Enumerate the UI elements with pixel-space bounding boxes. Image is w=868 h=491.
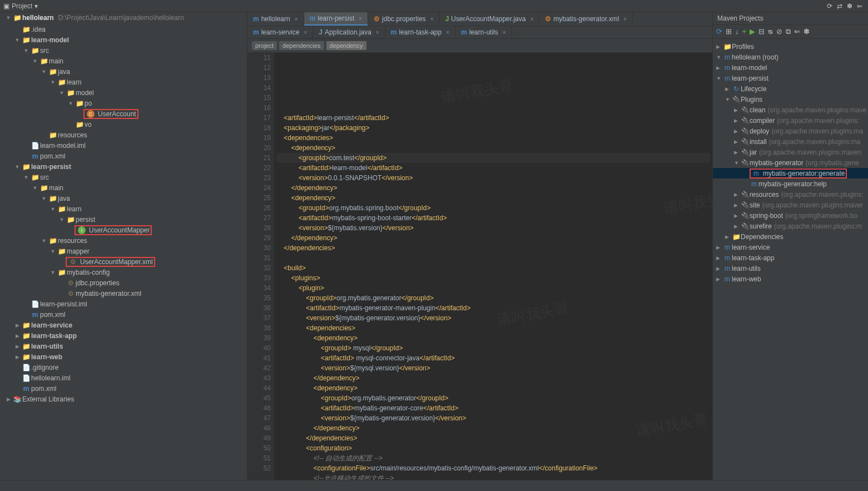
tree-item-vo[interactable]: 📁vo — [0, 119, 247, 130]
tab-application-java[interactable]: JApplication.java× — [313, 26, 385, 38]
settings-icon[interactable]: ✽ — [847, 2, 852, 10]
project-root[interactable]: ▼ 📁 hellolearn D:\Project\Java\Learn\jav… — [0, 12, 247, 23]
tree-item-learn-web[interactable]: ▶📁learn-web — [0, 351, 247, 362]
breadcrumb-dependencies[interactable]: dependencies — [279, 41, 324, 50]
maven-item-mybatis-generator-help[interactable]: m mybatis-generator:help — [713, 178, 868, 189]
maven-download-icon[interactable]: ↓ — [735, 27, 739, 36]
maven-item-install[interactable]: ▶🔌 install(org.apache.maven.plugins:ma — [713, 136, 868, 147]
tree-item-mapper[interactable]: ▼📁mapper — [0, 246, 247, 256]
maven-item-compiler[interactable]: ▶🔌 compiler(org.apache.maven.plugins: — [713, 115, 868, 126]
tree-item-pom-xml[interactable]: mpom.xml — [0, 309, 247, 320]
tree-item-java[interactable]: ▼📁java — [0, 193, 247, 204]
tree-item-jdbc-properties[interactable]: ⚙jdbc.properties — [0, 277, 247, 288]
maven-item-learn-model[interactable]: ▶m learn-model — [713, 62, 868, 73]
maven-item-mybatis-generator[interactable]: ▼🔌 mybatis-generator(org.mybatis.gene — [713, 157, 868, 168]
tree-item-mybatis-generator-xml[interactable]: ⚙mybatis-generator.xml — [0, 288, 247, 299]
maven-item-resources[interactable]: ▶🔌 resources(org.apache.maven.plugins: — [713, 189, 868, 200]
tab-icon: m — [310, 14, 316, 22]
tree-item-learn-model[interactable]: ▼📁learn-model — [0, 34, 247, 45]
tree-item-useraccountmapper[interactable]: IUserAccountMapper — [0, 225, 247, 235]
tree-item-learn-utils[interactable]: ▶📁learn-utils — [0, 341, 247, 351]
tab-learn-task-app[interactable]: mlearn-task-app× — [385, 26, 455, 38]
maven-item-learn-service[interactable]: ▶m learn-service — [713, 242, 868, 252]
maven-item-learn-persist[interactable]: ▼m learn-persist — [713, 73, 868, 83]
maven-item-spring-boot[interactable]: ▶🔌 spring-boot(org.springframework.bo — [713, 210, 868, 221]
tree-item-resources[interactable]: ▼📁resources — [0, 235, 247, 246]
tree-item-learn-persist[interactable]: ▼📁learn-persist — [0, 161, 247, 172]
tree-item-persist[interactable]: ▼📁persist — [0, 214, 247, 225]
maven-reimport-icon[interactable]: ⊞ — [726, 27, 732, 36]
maven-item-site[interactable]: ▶🔌 site(org.apache.maven.plugins:maver — [713, 200, 868, 210]
tree-item-main[interactable]: ▼📁main — [0, 182, 247, 193]
code-content[interactable]: 请叫我头哥 请叫我头哥 请叫我头哥 请叫我头哥 <artifactId>lear… — [274, 53, 712, 480]
maven-item-learn-utils[interactable]: ▶m learn-utils — [713, 263, 868, 274]
tree-item-useraccount[interactable]: CUserAccount — [0, 108, 247, 119]
maven-collapse-icon[interactable]: ⇐ — [794, 27, 800, 36]
maven-graph-icon[interactable]: ⧉ — [786, 27, 791, 36]
tree-item-src[interactable]: ▼📁src — [0, 172, 247, 182]
close-icon[interactable]: × — [446, 29, 449, 36]
maven-refresh-icon[interactable]: ⟳ — [716, 27, 722, 36]
tree-item-pom-xml[interactable]: mpom.xml — [0, 151, 247, 161]
tree-item--gitignore[interactable]: 📄.gitignore — [0, 362, 247, 373]
tree-item-java[interactable]: ▼📁java — [0, 66, 247, 77]
close-icon[interactable]: × — [530, 16, 533, 22]
tab-hellolearn[interactable]: mhellolearn× — [247, 12, 304, 26]
maven-item-mybatis-generator-generate[interactable]: mmybatis-generator:generate — [713, 168, 868, 178]
maven-run-icon[interactable]: ▶ — [750, 27, 755, 36]
tab-learn-utils[interactable]: mlearn-utils× — [455, 26, 512, 38]
close-icon[interactable]: × — [376, 29, 379, 36]
tab-mybatis-generator-xml[interactable]: ⚙mybatis-generator.xml× — [539, 12, 633, 26]
tree-item-main[interactable]: ▼📁main — [0, 56, 247, 66]
tab-jdbc-properties[interactable]: ⚙jdbc.properties× — [368, 12, 440, 26]
maven-item-clean[interactable]: ▶🔌 clean(org.apache.maven.plugins:mave — [713, 105, 868, 115]
maven-add-icon[interactable]: + — [742, 27, 747, 36]
tree-item-learn-persist-iml[interactable]: 📄learn-persist.iml — [0, 299, 247, 309]
close-icon[interactable]: × — [623, 16, 627, 22]
maven-item-deploy[interactable]: ▶🔌 deploy(org.apache.maven.plugins:ma — [713, 126, 868, 136]
breadcrumb-dependency[interactable]: dependency — [326, 41, 366, 50]
close-icon[interactable]: × — [304, 29, 307, 36]
collapse-icon[interactable]: ⇐ — [857, 2, 862, 10]
tree-item-mybatis-config[interactable]: ▼📁mybatis-config — [0, 267, 247, 277]
tree-item-src[interactable]: ▼📁src — [0, 45, 247, 56]
tree-item-model[interactable]: ▼📁model — [0, 87, 247, 98]
maven-item-hellolearn-root-[interactable]: ▼m hellolearn (root) — [713, 52, 868, 62]
maven-item-profiles[interactable]: ▶📁 Profiles — [713, 41, 868, 52]
tab-learn-persist[interactable]: mlearn-persist× — [304, 12, 369, 26]
tree-item-learn[interactable]: ▼📁learn — [0, 77, 247, 87]
tab-useraccountmapper-java[interactable]: JUserAccountMapper.java× — [440, 12, 540, 26]
maven-item-learn-web[interactable]: ▶m learn-web — [713, 274, 868, 284]
tree-item-learn[interactable]: ▼📁learn — [0, 204, 247, 214]
maven-offline-icon[interactable]: ⊘ — [776, 27, 782, 36]
tab-learn-service[interactable]: mlearn-service× — [247, 26, 313, 38]
tree-item-resources[interactable]: 📁resources — [0, 130, 247, 140]
tree-item-po[interactable]: ▼📁po — [0, 98, 247, 108]
tree-item-learn-task-app[interactable]: ▶📁learn-task-app — [0, 330, 247, 341]
tree-item--idea[interactable]: 📁.idea — [0, 24, 247, 34]
tree-item-useraccountmapper-xml[interactable]: ⚙UserAccountMapper.xml — [0, 256, 247, 267]
maven-skip-icon[interactable]: ᴓ — [768, 27, 773, 36]
maven-item-jar[interactable]: ▶🔌 jar(org.apache.maven.plugins:maven — [713, 147, 868, 157]
tree-item-learn-model-iml[interactable]: 📄learn-model.iml — [0, 140, 247, 151]
maven-settings-icon[interactable]: ✽ — [803, 27, 810, 36]
close-icon[interactable]: × — [359, 16, 362, 22]
maven-item-lifecycle[interactable]: ▶↻ Lifecycle — [713, 83, 868, 94]
tree-item-hellolearn-iml[interactable]: 📄hellolearn.iml — [0, 373, 247, 383]
close-icon[interactable]: × — [295, 16, 298, 22]
maven-toggle-icon[interactable]: ⊟ — [758, 27, 765, 36]
project-selector[interactable]: ▣ Project ▾ — [3, 2, 38, 10]
tree-item-learn-service[interactable]: ▶📁learn-service — [0, 320, 247, 330]
code-editor[interactable]: 1112131415161718192021222324252627282930… — [247, 53, 712, 480]
maven-item-dependencies[interactable]: ▶📁 Dependencies — [713, 231, 868, 242]
maven-item-plugins[interactable]: ▼🔌 Plugins — [713, 94, 868, 105]
maven-item-learn-task-app[interactable]: ▶m learn-task-app — [713, 252, 868, 263]
sync-icon[interactable]: ⟳ — [827, 2, 832, 10]
close-icon[interactable]: × — [430, 16, 434, 22]
maven-item-surefire[interactable]: ▶🔌 surefire(org.apache.maven.plugins:m — [713, 221, 868, 231]
filter-icon[interactable]: ⇄ — [837, 2, 842, 10]
tree-item-external-libraries[interactable]: ▶📚External Libraries — [0, 394, 247, 404]
breadcrumb-project[interactable]: project — [252, 41, 277, 50]
close-icon[interactable]: × — [503, 29, 506, 36]
tree-item-pom-xml[interactable]: mpom.xml — [0, 383, 247, 394]
